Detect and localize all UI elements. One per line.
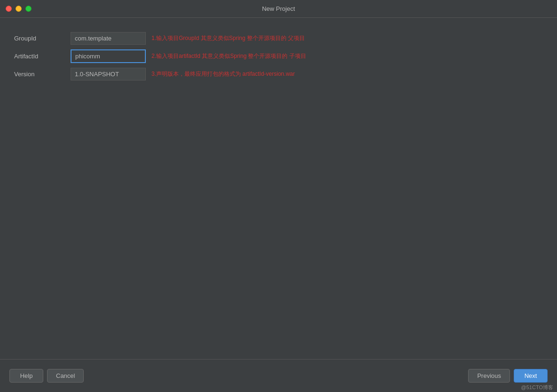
version-hint: 3.声明版本，最终应用打包的格式为 artifactId-version.war — [151, 70, 543, 78]
version-input-wrapper: 3.声明版本，最终应用打包的格式为 artifactId-version.war — [71, 68, 543, 80]
minimize-button[interactable] — [16, 6, 22, 12]
window-title: New Project — [262, 5, 295, 12]
bottom-right-buttons: Previous Next — [468, 369, 548, 383]
artifactid-label: ArtifactId — [14, 53, 71, 60]
title-bar: New Project — [0, 0, 557, 18]
previous-button[interactable]: Previous — [468, 369, 510, 383]
groupid-label: GroupId — [14, 35, 71, 42]
maximize-button[interactable] — [25, 6, 32, 12]
next-button[interactable]: Next — [514, 369, 548, 383]
artifactid-input[interactable] — [71, 49, 146, 63]
bottom-bar: Help Cancel Previous Next — [0, 359, 557, 392]
cancel-button[interactable]: Cancel — [47, 369, 84, 383]
artifactid-input-wrapper: 2.输入项目artifactId 其意义类似Spring 整个开源项目的 子项目 — [71, 49, 543, 63]
close-button[interactable] — [6, 6, 12, 12]
main-content: GroupId 1.输入项目GroupId 其意义类似Spring 整个开源项目… — [0, 18, 557, 359]
groupid-input-wrapper: 1.输入项目GroupId 其意义类似Spring 整个开源项目的 父项目 — [71, 32, 543, 45]
groupid-row: GroupId 1.输入项目GroupId 其意义类似Spring 整个开源项目… — [14, 32, 543, 45]
groupid-hint: 1.输入项目GroupId 其意义类似Spring 整个开源项目的 父项目 — [151, 34, 543, 42]
artifactid-hint: 2.输入项目artifactId 其意义类似Spring 整个开源项目的 子项目 — [151, 52, 543, 60]
artifactid-row: ArtifactId 2.输入项目artifactId 其意义类似Spring … — [14, 49, 543, 63]
watermark: @51CTO博客 — [521, 384, 553, 391]
version-row: Version 3.声明版本，最终应用打包的格式为 artifactId-ver… — [14, 68, 543, 80]
traffic-lights[interactable] — [6, 6, 32, 12]
version-label: Version — [14, 71, 71, 78]
bottom-left-buttons: Help Cancel — [9, 369, 84, 383]
groupid-input[interactable] — [71, 32, 146, 45]
help-button[interactable]: Help — [9, 369, 43, 383]
version-input[interactable] — [71, 68, 146, 80]
